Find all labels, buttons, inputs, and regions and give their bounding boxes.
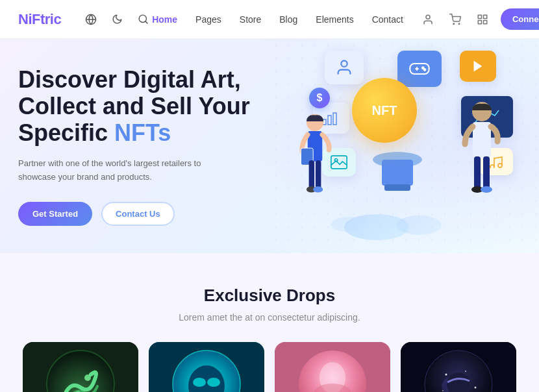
svg-point-66 xyxy=(465,371,466,372)
svg-point-5 xyxy=(453,23,455,25)
search-icon[interactable] xyxy=(134,10,152,29)
person-left-figure xyxy=(292,110,338,208)
svg-point-6 xyxy=(458,23,460,25)
hero-section: Discover Digital Art, Collect and Sell Y… xyxy=(0,39,539,253)
drop-card-1[interactable] xyxy=(23,342,138,392)
svg-point-54 xyxy=(207,378,220,387)
svg-marker-17 xyxy=(474,61,483,72)
hero-subtitle: Partner with one of the world's largest … xyxy=(18,157,213,184)
cloud-blob-3 xyxy=(331,217,370,232)
svg-rect-41 xyxy=(483,156,490,190)
globe-icon[interactable] xyxy=(82,10,100,29)
exclusive-drops-section: Exclusive Drops Lorem amet the at on con… xyxy=(0,253,539,392)
svg-rect-9 xyxy=(478,20,481,23)
svg-rect-36 xyxy=(382,160,413,186)
svg-rect-8 xyxy=(483,15,486,18)
hero-illustration: $ NFT xyxy=(253,45,526,247)
svg-rect-31 xyxy=(309,160,314,191)
svg-rect-40 xyxy=(474,156,481,190)
svg-rect-7 xyxy=(478,15,481,18)
play-float-card xyxy=(460,51,496,82)
svg-rect-10 xyxy=(483,20,486,23)
hero-buttons: Get Started Contact Us xyxy=(18,202,250,226)
svg-point-34 xyxy=(313,186,323,192)
nft-coin: NFT xyxy=(352,78,417,143)
navbar: NiFtric Home Pages Store Blog Elements C… xyxy=(0,0,539,39)
get-started-button[interactable]: Get Started xyxy=(18,202,92,226)
svg-line-3 xyxy=(145,21,147,23)
hero-title: Discover Digital Art, Collect and Sell Y… xyxy=(18,66,250,147)
drop-card-4[interactable] xyxy=(401,342,516,392)
nav-link-pages[interactable]: Pages xyxy=(195,14,221,25)
nav-links: Home Pages Store Blog Elements Contact xyxy=(152,14,403,25)
gamepad-float-card xyxy=(397,51,442,87)
svg-rect-12 xyxy=(410,64,429,74)
exclusive-drops-title: Exclusive Drops xyxy=(18,286,521,306)
exclusive-drops-subtitle: Lorem amet the at on consectetur adipisc… xyxy=(18,312,521,323)
nav-link-elements[interactable]: Elements xyxy=(316,14,353,25)
drop-card-2[interactable] xyxy=(149,342,264,392)
user-float-card xyxy=(325,51,364,84)
nav-link-contact[interactable]: Contact xyxy=(372,14,403,25)
svg-rect-37 xyxy=(384,184,410,191)
drop-card-3[interactable] xyxy=(275,342,390,392)
logo: NiFtric xyxy=(18,11,61,28)
grid-icon[interactable] xyxy=(473,10,492,29)
person-right-figure xyxy=(456,97,508,208)
svg-point-53 xyxy=(193,378,206,387)
svg-point-43 xyxy=(481,186,492,193)
cart-icon[interactable] xyxy=(446,10,464,29)
svg-point-67 xyxy=(475,387,477,389)
svg-point-11 xyxy=(341,61,347,67)
drops-grid xyxy=(18,342,521,392)
hero-content: Discover Digital Art, Collect and Sell Y… xyxy=(18,66,250,227)
nav-link-home[interactable]: Home xyxy=(152,14,177,25)
nav-actions: Connect Wallet xyxy=(419,8,539,30)
nav-icon-group xyxy=(82,10,152,29)
connect-wallet-button[interactable]: Connect Wallet xyxy=(501,8,539,30)
svg-rect-32 xyxy=(316,160,321,191)
svg-point-15 xyxy=(422,67,424,69)
cloud-blob-2 xyxy=(396,215,442,235)
nav-link-store[interactable]: Store xyxy=(240,14,261,25)
svg-point-4 xyxy=(426,15,430,19)
pedestal-figure xyxy=(371,141,423,193)
moon-icon[interactable] xyxy=(108,10,126,29)
dollar-badge: $ xyxy=(309,88,330,108)
svg-point-47 xyxy=(84,374,91,381)
nav-link-blog[interactable]: Blog xyxy=(279,14,297,25)
svg-point-16 xyxy=(424,69,426,71)
user-icon[interactable] xyxy=(419,10,437,29)
contact-us-button[interactable]: Contact Us xyxy=(101,202,175,226)
svg-point-65 xyxy=(445,374,447,376)
